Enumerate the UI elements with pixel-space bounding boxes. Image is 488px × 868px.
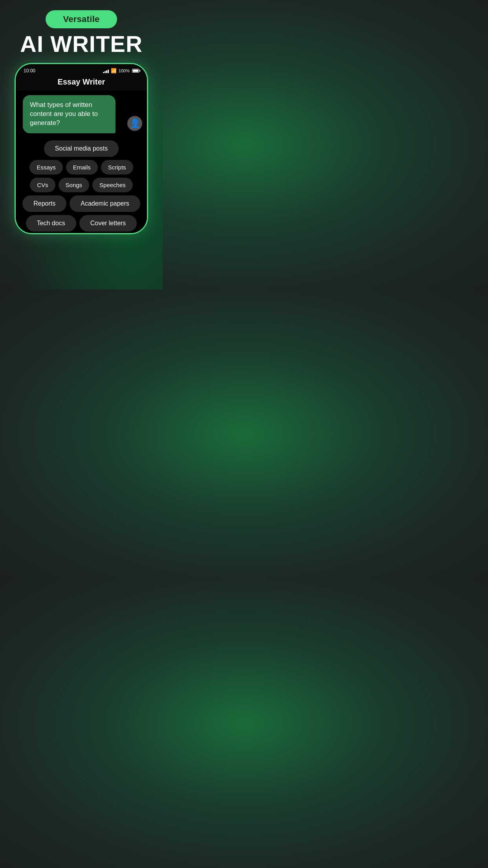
status-time: 10:00 xyxy=(24,68,35,74)
status-icons: 📶 100% xyxy=(103,68,139,74)
chip-reports[interactable]: Reports xyxy=(22,195,66,212)
battery-text: 100% xyxy=(119,68,130,73)
chip-songs[interactable]: Songs xyxy=(59,178,90,192)
chip-speeches[interactable]: Speeches xyxy=(92,178,133,192)
status-bar: 10:00 📶 100% xyxy=(16,64,147,75)
chip-emails[interactable]: Emails xyxy=(66,160,98,175)
top-section: Versatile AI WRITER xyxy=(20,10,143,57)
battery-icon xyxy=(132,69,139,73)
chip-cvs[interactable]: CVs xyxy=(30,178,55,192)
phone-frame: 10:00 📶 100% Essay Writer What types of … xyxy=(15,63,148,234)
avatar-icon: 👤 xyxy=(130,118,140,129)
user-message-text: What types of written content are you ab… xyxy=(30,101,98,127)
versatile-badge: Versatile xyxy=(46,10,117,28)
chip-tech-docs[interactable]: Tech docs xyxy=(26,215,76,232)
chips-row-4: Reports Academic papers xyxy=(19,195,144,212)
chip-scripts[interactable]: Scripts xyxy=(101,160,133,175)
app-title: Essay Writer xyxy=(58,77,105,86)
chip-social-media-posts[interactable]: Social media posts xyxy=(44,140,119,157)
chips-row-2: Essays Emails Scripts xyxy=(19,160,144,175)
chips-area: Social media posts Essays Emails Scripts… xyxy=(16,136,147,233)
signal-icon xyxy=(103,68,109,73)
chips-row-5: Tech docs Cover letters xyxy=(19,215,144,232)
app-header: Essay Writer xyxy=(16,75,147,90)
chip-academic-papers[interactable]: Academic papers xyxy=(70,195,140,212)
wifi-icon: 📶 xyxy=(111,68,117,74)
chip-cover-letters[interactable]: Cover letters xyxy=(79,215,137,232)
chip-essays[interactable]: Essays xyxy=(29,160,62,175)
user-message-bubble: What types of written content are you ab… xyxy=(23,95,116,133)
ai-writer-title: AI WRITER xyxy=(20,31,143,57)
chips-row-3: CVs Songs Speeches xyxy=(19,178,144,192)
chat-area: What types of written content are you ab… xyxy=(16,90,147,136)
user-avatar: 👤 xyxy=(127,116,142,131)
chips-row-1: Social media posts xyxy=(19,140,144,157)
